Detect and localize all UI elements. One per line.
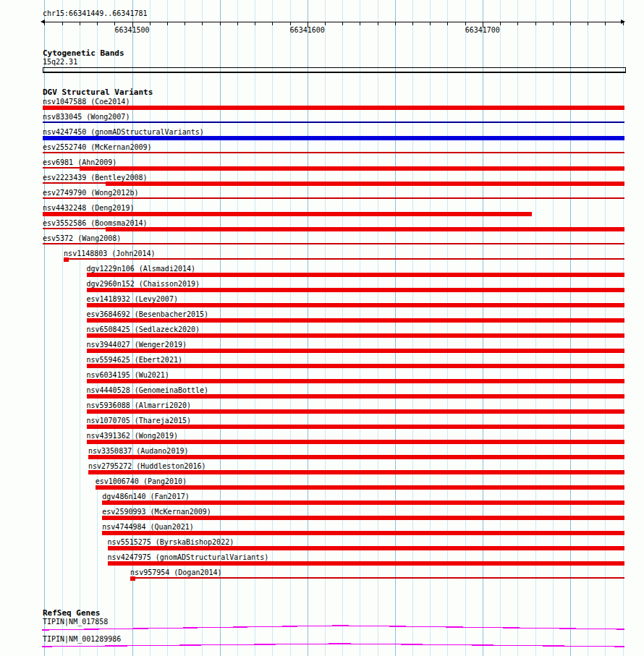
gridline bbox=[447, 0, 448, 656]
variant-bar-thick[interactable] bbox=[43, 136, 624, 140]
variant-bar-thick[interactable] bbox=[87, 318, 625, 323]
variant-bar-block[interactable] bbox=[130, 576, 135, 581]
ruler-tick bbox=[430, 22, 431, 25]
variant-bar-thick[interactable] bbox=[106, 182, 624, 186]
variant-bar-thick[interactable] bbox=[87, 425, 625, 429]
variant-bar-thick[interactable] bbox=[43, 212, 532, 216]
variant-label[interactable]: nsv4440528 (GenomeinaBottle) bbox=[87, 386, 209, 394]
variant-label[interactable]: nsv1047588 (Coe2014) bbox=[43, 98, 130, 106]
variant-bar-thin[interactable] bbox=[69, 258, 624, 260]
variant-bar-thin[interactable] bbox=[43, 243, 624, 244]
ruler-tick bbox=[360, 22, 360, 25]
variant-label[interactable]: dgv486n140 (Fan2017) bbox=[102, 493, 189, 500]
variant-label[interactable]: nsv4432248 (Deng2019) bbox=[43, 204, 134, 212]
variant-label[interactable]: nsv4247450 (gnomADStructuralVariants) bbox=[43, 128, 204, 136]
gene-label[interactable]: TIPIN|NM_001289986 bbox=[43, 635, 121, 643]
variant-bar-thin[interactable] bbox=[43, 152, 624, 153]
variant-bar-thick[interactable] bbox=[87, 288, 625, 292]
ruler-tick bbox=[62, 22, 63, 25]
variant-label[interactable]: esv6981 (Ahn2009) bbox=[43, 158, 116, 166]
variant-bar-thick[interactable] bbox=[88, 470, 624, 474]
variant-label[interactable]: nsv4744984 (Quan2021) bbox=[102, 523, 193, 531]
variant-bar-thick[interactable] bbox=[87, 333, 625, 338]
variant-label[interactable]: esv1006740 (Pang2010) bbox=[96, 477, 187, 485]
variant-bar-thin[interactable] bbox=[135, 577, 624, 579]
ruler-tick bbox=[535, 22, 536, 25]
region-label: chr15:66341449..66341781 bbox=[43, 9, 148, 17]
variant-bar-thick[interactable] bbox=[80, 166, 624, 171]
variant-bar-thick[interactable] bbox=[87, 394, 625, 399]
variant-label[interactable]: nsv4247975 (gnomADStructuralVariants) bbox=[108, 553, 269, 561]
variant-bar-thick[interactable] bbox=[102, 516, 624, 520]
variant-bar-thick[interactable] bbox=[87, 409, 625, 414]
variant-label[interactable]: nsv5594625 (Ebert2021) bbox=[87, 356, 182, 364]
variant-label[interactable]: nsv4391362 (Wong2019) bbox=[87, 432, 178, 440]
gridline bbox=[272, 0, 273, 656]
genome-browser-view: chr15:66341449..66341781 663415006634160… bbox=[0, 0, 644, 656]
variant-label[interactable]: nsv1148803 (John2014) bbox=[64, 250, 155, 257]
variant-bar-thick[interactable] bbox=[108, 546, 624, 550]
gridline bbox=[500, 0, 501, 656]
variant-label[interactable]: nsv5515275 (ByrskaBishop2022) bbox=[108, 538, 234, 546]
ruler-tick bbox=[342, 22, 343, 25]
variant-bar-thick[interactable] bbox=[88, 455, 624, 459]
variant-label[interactable]: esv3552586 (Boomsma2014) bbox=[43, 219, 148, 227]
ruler-tick bbox=[150, 22, 151, 25]
gridline bbox=[623, 0, 624, 656]
gridline bbox=[308, 0, 308, 656]
ruler-tick-label: 66341600 bbox=[279, 26, 336, 34]
variant-bar-thick[interactable] bbox=[102, 500, 624, 505]
variant-bar-thin[interactable] bbox=[43, 182, 106, 184]
variant-label[interactable]: nsv833045 (Wong2007) bbox=[43, 113, 130, 121]
variant-label[interactable]: dgv2960n152 (Chaisson2019) bbox=[87, 280, 200, 288]
variant-label[interactable]: nsv1070705 (Thareja2015) bbox=[87, 417, 192, 425]
gridline bbox=[465, 0, 466, 656]
ruler-tick-label: 66341700 bbox=[454, 26, 512, 34]
variant-label[interactable]: nsv2795272 (Huddleston2016) bbox=[88, 462, 206, 470]
variant-label[interactable]: nsv957954 (Dogan2014) bbox=[130, 568, 221, 576]
variant-bar-thick[interactable] bbox=[108, 561, 624, 566]
gridline bbox=[360, 0, 360, 656]
gridline bbox=[605, 0, 606, 656]
variant-label[interactable]: esv1418932 (Levy2007) bbox=[87, 295, 178, 303]
variant-bar-thin[interactable] bbox=[43, 228, 106, 229]
variant-label[interactable]: esv3684692 (Besenbacher2015) bbox=[87, 310, 209, 318]
gridline bbox=[342, 0, 343, 656]
variant-label[interactable]: nsv5936088 (Almarri2020) bbox=[87, 401, 192, 409]
variant-label[interactable]: esv2223439 (Bentley2008) bbox=[43, 174, 148, 182]
variant-label[interactable]: dgv1229n106 (Alsmadi2014) bbox=[87, 265, 196, 273]
ruler-baseline bbox=[43, 22, 624, 22]
ruler-tick bbox=[80, 22, 80, 25]
variant-label[interactable]: esv2552740 (McKernan2009) bbox=[43, 143, 152, 151]
cytogenetic-band-rect[interactable] bbox=[43, 67, 626, 73]
variant-label[interactable]: nsv6508425 (Sedlazeck2020) bbox=[87, 325, 200, 333]
variant-bar-thick[interactable] bbox=[96, 485, 624, 490]
gene-intron-line[interactable] bbox=[42, 644, 624, 647]
variant-bar-thick[interactable] bbox=[87, 303, 625, 307]
gene-label[interactable]: TIPIN|NM_017858 bbox=[43, 618, 108, 626]
variant-label[interactable]: nsv3944027 (Wenger2019) bbox=[87, 341, 187, 349]
variant-bar-thin[interactable] bbox=[43, 197, 624, 199]
variant-bar-thick[interactable] bbox=[102, 531, 624, 535]
gridline bbox=[483, 0, 483, 656]
variant-label[interactable]: esv2590993 (McKernan2009) bbox=[102, 508, 211, 516]
gridline bbox=[290, 0, 291, 656]
variant-label[interactable]: nsv3350837 (Audano2019) bbox=[88, 447, 188, 455]
ruler-tick bbox=[447, 22, 448, 25]
variant-bar-thick[interactable] bbox=[87, 349, 625, 353]
ruler-tick bbox=[570, 22, 571, 25]
variant-label[interactable]: nsv6034195 (Wu2021) bbox=[87, 371, 169, 379]
variant-bar-thick[interactable] bbox=[87, 273, 625, 277]
variant-bar-thick[interactable] bbox=[87, 379, 625, 383]
variant-label[interactable]: esv2749790 (Wong2012b) bbox=[43, 189, 138, 197]
gene-intron-line[interactable] bbox=[42, 626, 624, 630]
variant-bar-thick[interactable] bbox=[87, 440, 625, 444]
variant-bar-thin[interactable] bbox=[43, 122, 624, 123]
ruler-tick bbox=[588, 22, 588, 25]
variant-bar-thin[interactable] bbox=[43, 167, 80, 169]
variant-label[interactable]: esv5372 (Wang2008) bbox=[43, 234, 121, 242]
variant-bar-thick[interactable] bbox=[87, 364, 625, 368]
variant-bar-thick[interactable] bbox=[43, 106, 624, 110]
variant-bar-thick[interactable] bbox=[106, 227, 624, 231]
variant-bar-block[interactable] bbox=[64, 257, 69, 262]
